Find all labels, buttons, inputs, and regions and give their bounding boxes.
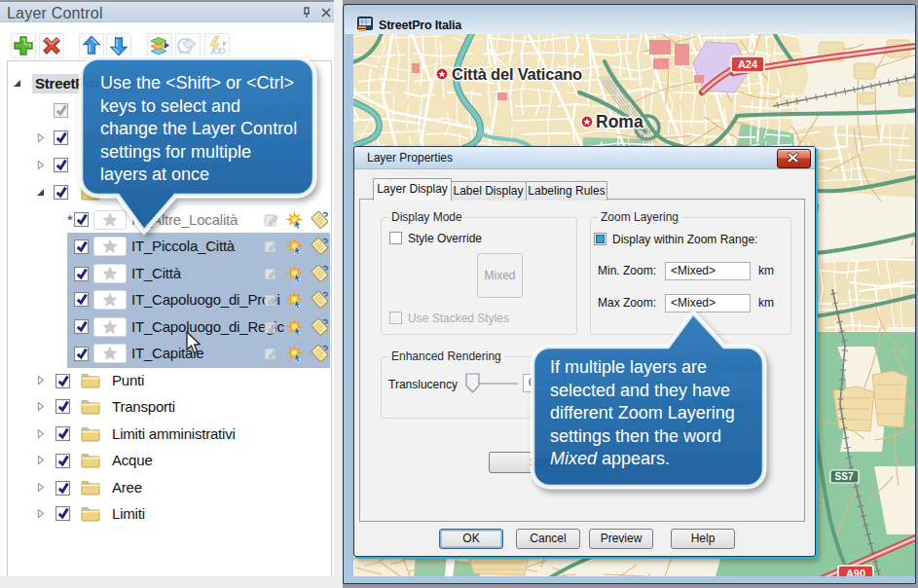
svg-text:SS7: SS7 (835, 471, 854, 482)
svg-text:Città del Vaticano: Città del Vaticano (452, 65, 582, 83)
svg-text:A24: A24 (738, 58, 758, 70)
svg-text:Roma: Roma (596, 112, 643, 131)
svg-text:A90: A90 (846, 568, 865, 576)
